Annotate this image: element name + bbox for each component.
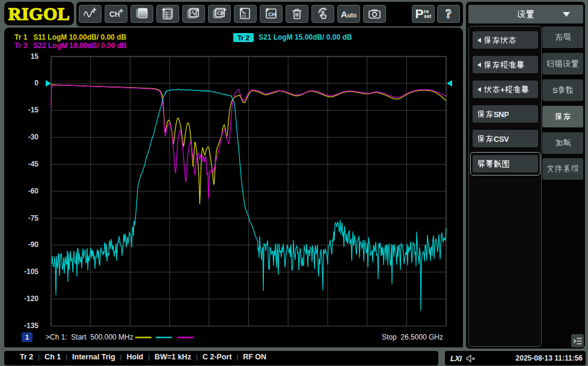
svg-text:P: P (504, 110, 509, 119)
svg-text:V: V (504, 135, 509, 144)
svg-text:CH: CH (109, 10, 120, 19)
svg-text:N: N (498, 110, 504, 119)
svg-text:S: S (553, 86, 558, 95)
svg-text:+: + (500, 85, 505, 94)
svg-text:CH: CH (268, 11, 276, 17)
svg-text:CH: CH (217, 10, 224, 16)
